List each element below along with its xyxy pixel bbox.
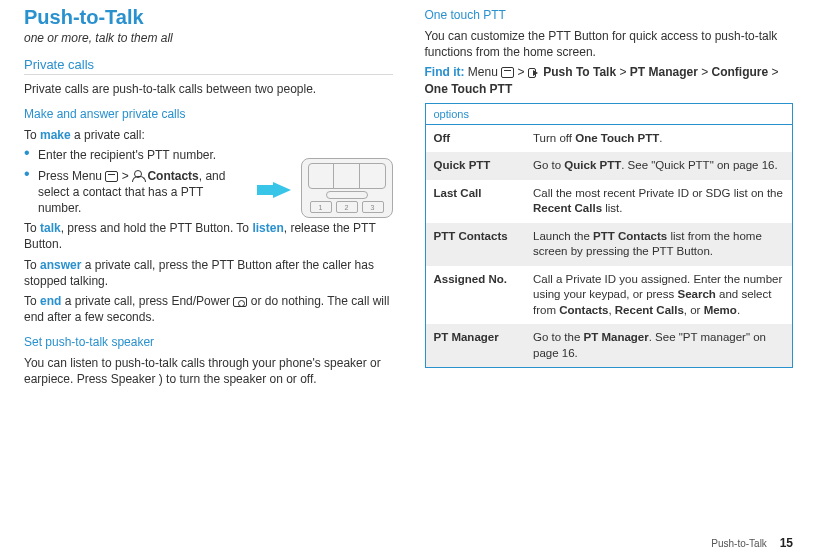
- table-row: Last Call Call the most recent Private I…: [425, 180, 793, 223]
- one-touch-ptt-label: One Touch PTT: [425, 82, 513, 96]
- text: To: [24, 221, 40, 235]
- text: >: [698, 65, 712, 79]
- contacts-label: Contacts: [147, 169, 198, 183]
- tagline: one or more, talk to them all: [24, 31, 393, 45]
- pt-manager-label: PT Manager: [630, 65, 698, 79]
- text: To: [24, 258, 40, 272]
- right-column: One touch PTT You can customize the PTT …: [425, 6, 794, 392]
- table-row: PTT Contacts Launch the PTT Contacts lis…: [425, 223, 793, 266]
- one-touch-heading: One touch PTT: [425, 8, 794, 22]
- bold: Recent Calls: [615, 304, 684, 316]
- option-name: PTT Contacts: [425, 223, 525, 266]
- text: >: [514, 65, 528, 79]
- answer-keyword: answer: [40, 258, 81, 272]
- text: .: [737, 304, 740, 316]
- end-power-icon: [233, 297, 247, 307]
- one-touch-intro: You can customize the PTT Button for qui…: [425, 28, 794, 60]
- table-row: Assigned No. Call a Private ID you assig…: [425, 266, 793, 325]
- phone-diagram: 123: [273, 156, 393, 226]
- phone-dpad: [326, 191, 368, 199]
- bold: Contacts: [559, 304, 608, 316]
- bold: Recent Calls: [533, 202, 602, 214]
- make-answer-heading: Make and answer private calls: [24, 107, 393, 121]
- text: Go to the: [533, 331, 584, 343]
- option-name: Off: [425, 124, 525, 152]
- make-keyword: make: [40, 128, 71, 142]
- speaker-heading: Set push-to-talk speaker: [24, 335, 393, 349]
- bold: Search: [677, 288, 715, 300]
- menu-icon: [501, 67, 514, 78]
- table-row: PT Manager Go to the PT Manager. See "PT…: [425, 324, 793, 368]
- text: To: [24, 294, 40, 308]
- text: . See "Quick PTT" on page 16.: [621, 159, 777, 171]
- text: Go to: [533, 159, 564, 171]
- option-name: Assigned No.: [425, 266, 525, 325]
- ptt-icon: [528, 68, 540, 78]
- left-column: Push-to-Talk one or more, talk to them a…: [24, 6, 393, 392]
- to-make-line: To make a private call:: [24, 127, 393, 143]
- arrow-icon: [273, 182, 291, 198]
- options-table: options Off Turn off One Touch PTT. Quic…: [425, 103, 794, 369]
- text: Call the most recent Private ID or SDG l…: [533, 187, 783, 199]
- option-name: Last Call: [425, 180, 525, 223]
- text: >: [118, 169, 132, 183]
- options-header: options: [425, 103, 793, 124]
- find-it-path: Find it: Menu > Push To Talk > PT Manage…: [425, 64, 794, 96]
- text: >: [616, 65, 630, 79]
- menu-icon: [105, 171, 118, 182]
- find-it-label: Find it:: [425, 65, 465, 79]
- private-calls-heading: Private calls: [24, 57, 393, 75]
- page-footer: Push-to-Talk 15: [711, 536, 793, 550]
- text: Press Menu: [38, 169, 105, 183]
- end-keyword: end: [40, 294, 61, 308]
- talk-keyword: talk: [40, 221, 61, 235]
- option-name: Quick PTT: [425, 152, 525, 180]
- end-paragraph: To end a private call, press End/Power o…: [24, 293, 393, 325]
- ptt-label: Push To Talk: [543, 65, 616, 79]
- text: , or: [684, 304, 704, 316]
- page-columns: Push-to-Talk one or more, talk to them a…: [0, 0, 817, 402]
- option-desc: Call a Private ID you assigned. Enter th…: [525, 266, 793, 325]
- text: >: [768, 65, 778, 79]
- text: , press and hold the PTT Button. To: [61, 221, 253, 235]
- option-desc: Go to Quick PTT. See "Quick PTT" on page…: [525, 152, 793, 180]
- text: Menu: [464, 65, 501, 79]
- text: To: [24, 128, 40, 142]
- text: Turn off: [533, 132, 575, 144]
- table-row: Quick PTT Go to Quick PTT. See "Quick PT…: [425, 152, 793, 180]
- phone-keys: 123: [310, 201, 384, 213]
- bold: PTT Contacts: [593, 230, 667, 242]
- option-name: PT Manager: [425, 324, 525, 368]
- text: list.: [602, 202, 622, 214]
- page-number: 15: [780, 536, 793, 550]
- bold: One Touch PTT: [575, 132, 659, 144]
- option-desc: Go to the PT Manager. See "PT manager" o…: [525, 324, 793, 368]
- private-calls-intro: Private calls are push-to-talk calls bet…: [24, 81, 393, 97]
- list-item: Enter the recipient's PTT number.: [24, 147, 249, 163]
- phone-outline: 123: [301, 158, 393, 218]
- page-title: Push-to-Talk: [24, 6, 393, 29]
- phone-screen: [308, 163, 386, 189]
- configure-label: Configure: [712, 65, 769, 79]
- option-desc: Turn off One Touch PTT.: [525, 124, 793, 152]
- speaker-body: You can listen to push-to-talk calls thr…: [24, 355, 393, 387]
- answer-paragraph: To answer a private call, press the PTT …: [24, 257, 393, 289]
- make-call-steps: Enter the recipient's PTT number. Press …: [24, 147, 249, 216]
- option-desc: Call the most recent Private ID or SDG l…: [525, 180, 793, 223]
- text: Launch the: [533, 230, 593, 242]
- list-item: Press Menu > Contacts, and select a cont…: [24, 168, 249, 217]
- option-desc: Launch the PTT Contacts list from the ho…: [525, 223, 793, 266]
- footer-section: Push-to-Talk: [711, 538, 767, 549]
- bold: Memo: [704, 304, 737, 316]
- bold: PT Manager: [584, 331, 649, 343]
- text: a private call, press End/Power: [61, 294, 233, 308]
- text: a private call:: [71, 128, 145, 142]
- text: .: [659, 132, 662, 144]
- table-row: Off Turn off One Touch PTT.: [425, 124, 793, 152]
- bold: Quick PTT: [564, 159, 621, 171]
- contacts-icon: [132, 170, 144, 182]
